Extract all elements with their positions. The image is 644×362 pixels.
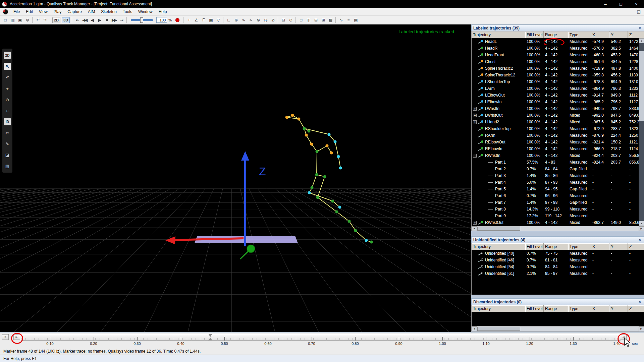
scrollbar-thumb[interactable] <box>639 51 644 121</box>
trajectory-row[interactable]: Part 157.5%4 - 83Measured-824.4203.7856.… <box>472 159 644 166</box>
fast-forward-button[interactable]: ▶▶ <box>111 17 117 23</box>
discarded-section-header[interactable]: Discarded trajectories (0) × <box>471 298 644 305</box>
stop-button[interactable]: ■ <box>103 17 110 23</box>
vertical-scrollbar[interactable]: ▲ ▼ <box>639 38 644 226</box>
menu-help[interactable]: Help <box>156 8 170 15</box>
menu-view[interactable]: View <box>36 8 51 15</box>
minimize-button[interactable]: – <box>598 0 613 8</box>
mdi-restore-icon[interactable]: ◱ <box>637 9 641 14</box>
trajectory-row[interactable]: Unidentified [40]0.7%75 - 75Measured--- <box>472 250 644 257</box>
force-plate-button[interactable]: F <box>200 17 207 23</box>
scroll-right-icon[interactable]: ▶ <box>639 326 644 331</box>
angle-tool-icon[interactable]: ∠ <box>193 17 199 23</box>
scroll-left-icon[interactable]: ◀ <box>472 326 477 331</box>
follow-marker-icon[interactable]: ⊙ <box>287 17 294 23</box>
column-header-y[interactable]: Y <box>609 32 628 38</box>
trajectory-row[interactable]: +LHand2100.0%4 - 142Mixed-967.6845.2752.… <box>472 119 644 125</box>
data-info-window-icon[interactable]: ▦ <box>207 17 214 23</box>
filter-icon[interactable]: ▽ <box>215 17 221 23</box>
trajectory-row[interactable]: Part 814.3%99 - 118Measured--- <box>472 206 644 213</box>
scrollbar-thumb[interactable] <box>477 327 520 331</box>
column-header-z[interactable]: Z <box>628 243 644 250</box>
trajectory-row[interactable]: HeadL100.0%4 - 142Measured-574.9546.2147… <box>472 38 644 45</box>
menu-edit[interactable]: Edit <box>23 8 36 15</box>
playback-speed-value[interactable]: 100 <box>156 17 167 23</box>
trajectory-row[interactable]: +LWristOut100.0%4 - 142Mixed-992.0847.58… <box>472 112 644 119</box>
scroll-up-icon[interactable]: ▲ <box>639 38 644 43</box>
timeline-scrubber[interactable] <box>21 334 621 341</box>
cube-view-tool-icon[interactable]: ▧ <box>4 162 11 170</box>
smooth-trajectory-icon[interactable]: ∿ <box>240 17 247 23</box>
window-split-horizontal-icon[interactable]: ◫ <box>305 17 312 23</box>
trajectory-row[interactable]: Unidentified [61]2.1%95 - 97Measured--- <box>472 270 644 277</box>
label-trajectory-icon[interactable]: ◎ <box>262 17 269 23</box>
menu-tools[interactable]: Tools <box>120 8 135 15</box>
trajectory-row[interactable]: Part 60.7%96 - 96Measured--- <box>472 192 644 199</box>
first-frame-button[interactable]: ⇤ <box>74 17 80 23</box>
trajectory-row[interactable]: Part 31.4%85 - 86Measured--- <box>472 172 644 179</box>
window-quad-icon[interactable]: ⊞ <box>320 17 326 23</box>
range-start-button[interactable]: ⇤ <box>13 334 20 340</box>
playback-speed-unit[interactable]: % <box>168 18 172 22</box>
window-cascade-icon[interactable]: ▩ <box>327 17 334 23</box>
column-header-range[interactable]: Range <box>544 32 568 38</box>
undo-icon[interactable]: ↶ <box>34 17 41 23</box>
close-icon[interactable]: × <box>637 300 642 304</box>
scroll-right-icon[interactable]: ▶ <box>639 226 644 231</box>
trajectory-row[interactable]: HeadFront100.0%4 - 142Measured-460.3453.… <box>472 52 644 58</box>
pan-tool-icon[interactable]: + <box>4 85 11 92</box>
trajectory-row[interactable]: +RWristOut100.0%4 - 142Mixed-862.7149.08… <box>472 219 644 226</box>
close-icon[interactable]: × <box>637 26 642 31</box>
close-icon[interactable]: × <box>637 238 642 242</box>
column-header-type[interactable]: Type <box>568 305 591 312</box>
column-header-fill-level[interactable]: Fill Level <box>525 305 544 312</box>
menu-file[interactable]: File <box>10 8 23 15</box>
trajectory-row[interactable]: Unidentified [46]0.7%81 - 81Measured--- <box>472 257 644 263</box>
menu-play[interactable]: Play <box>51 8 64 15</box>
menu-window[interactable]: Window <box>135 8 156 15</box>
expand-icon[interactable]: + <box>473 114 477 117</box>
column-header-fill-level[interactable]: Fill Level <box>525 243 544 250</box>
menu-capture[interactable]: Capture <box>64 8 85 15</box>
trajectory-row[interactable]: RElbowIn100.0%4 - 142Measured-966.9218.7… <box>472 145 644 152</box>
redo-icon[interactable]: ↷ <box>42 17 48 23</box>
play-button[interactable]: ▶ <box>96 17 103 23</box>
erase-tool-icon[interactable]: ◪ <box>4 151 11 159</box>
column-header-x[interactable]: X <box>591 32 609 38</box>
window-single-icon[interactable]: □ <box>298 17 304 23</box>
horizontal-scrollbar[interactable]: ◀ ▶ <box>471 326 644 331</box>
column-header-x[interactable]: X <box>591 243 609 250</box>
trajectory-row[interactable]: RElbowOut100.0%4 - 142Measured-921.4150.… <box>472 139 644 145</box>
timeline-settings-button[interactable]: ≡ <box>2 334 9 340</box>
scroll-left-icon[interactable]: ◀ <box>472 226 477 231</box>
open-file-icon[interactable]: ▥ <box>9 17 16 23</box>
new-file-icon[interactable]: □ <box>2 17 8 23</box>
trajectory-row[interactable]: RArm100.0%4 - 142Measured-876.9224.41250 <box>472 132 644 139</box>
trace-tool-icon[interactable]: ↶ <box>4 74 11 81</box>
tool-2d-button[interactable]: 2D <box>4 52 11 59</box>
column-header-trajectory[interactable]: Trajectory <box>472 305 525 312</box>
report-list-icon[interactable]: ≡ <box>345 17 352 23</box>
column-header-range[interactable]: Range <box>544 243 568 250</box>
trajectory-row[interactable]: LArm100.0%4 - 142Measured-864.9796.31233 <box>472 85 644 92</box>
trajectory-row[interactable]: HeadR100.0%4 - 142Measured-576.8382.5146… <box>472 45 644 52</box>
column-header-type[interactable]: Type <box>568 243 591 250</box>
trajectory-row[interactable]: Part 45.0%87 - 93Measured--- <box>472 179 644 186</box>
save-icon[interactable]: ▣ <box>16 17 23 23</box>
plot-window-icon[interactable]: ∿ <box>337 17 344 23</box>
trajectory-row[interactable]: SpineThoracic2100.0%4 - 142Measured-718.… <box>472 65 644 72</box>
labeled-section-header[interactable]: Labeled trajectories (39) × <box>471 24 644 31</box>
column-header-x[interactable]: X <box>591 305 609 312</box>
trajectory-row[interactable]: LElbowIn100.0%4 - 142Measured-965.2796.2… <box>472 99 644 105</box>
column-header-range[interactable]: Range <box>544 305 568 312</box>
last-frame-button[interactable]: ⇥ <box>118 17 125 23</box>
expand-icon[interactable]: + <box>473 107 477 111</box>
view-3d-button[interactable]: 3D <box>62 17 70 23</box>
delete-trajectory-icon[interactable]: ⊗ <box>255 17 261 23</box>
record-button[interactable] <box>175 18 179 22</box>
spline-fill-icon[interactable]: ≈ <box>247 17 254 23</box>
view-2d-button[interactable]: 2D <box>52 17 60 23</box>
trajectory-row[interactable]: Part 20.7%84 - 84Gap-filled--- <box>472 166 644 172</box>
trajectory-row[interactable]: Part 71.4%97 - 98Gap-filled--- <box>472 199 644 206</box>
trajectory-row[interactable]: Unidentified [54]0.7%84 - 84Measured--- <box>472 263 644 270</box>
